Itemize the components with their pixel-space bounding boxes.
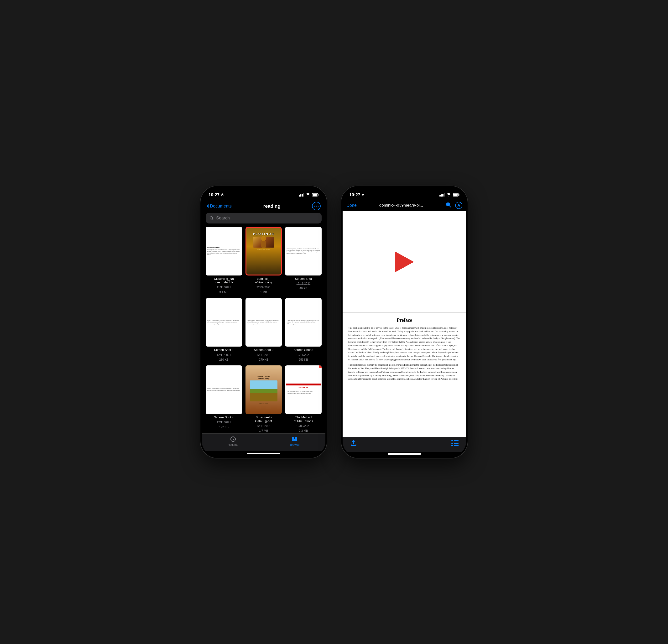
- tab-browse[interactable]: Browse: [290, 436, 299, 446]
- svg-rect-15: [292, 437, 294, 439]
- file-date: 12/11/2021: [296, 353, 310, 356]
- svg-rect-1: [300, 194, 301, 197]
- file-thumbnail: science or physics, in a broad sense whi…: [285, 227, 322, 275]
- file-item[interactable]: Lorem ipsum dolor sit amet consectetur a…: [285, 298, 322, 362]
- back-label: Documents: [210, 204, 232, 209]
- svg-rect-13: [261, 241, 266, 248]
- file-name: Screen Shot 4: [214, 415, 233, 419]
- file-item[interactable]: Lorem ipsum dolor sit amet consectetur a…: [206, 365, 242, 433]
- svg-point-9: [318, 205, 319, 206]
- file-size: 256 KB: [299, 358, 308, 361]
- svg-rect-2: [302, 194, 303, 197]
- file-date: 12/11/2021: [256, 424, 271, 428]
- more-button[interactable]: [312, 202, 321, 210]
- file-name: Dissolving_Nature_...de_Us: [214, 277, 234, 284]
- svg-point-8: [316, 205, 317, 206]
- file-thumbnail-selected: PLOTINUS DOMINIC J. O'MEARA: [245, 227, 282, 275]
- tab-bar: Recents Browse: [202, 433, 325, 451]
- svg-rect-19: [441, 194, 442, 197]
- table-of-contents-button[interactable]: [451, 440, 458, 447]
- file-size: 3.1 MB: [219, 291, 228, 294]
- file-size: 1.7 MB: [259, 429, 268, 432]
- notification-badge: [319, 365, 322, 368]
- file-size: 2.3 MB: [299, 429, 308, 432]
- file-thumbnail: Lorem ipsum dolor sit amet consectetur a…: [285, 298, 322, 347]
- folder-title: reading: [263, 203, 280, 209]
- svg-rect-23: [453, 194, 458, 196]
- svg-point-12: [261, 236, 266, 241]
- file-thumbnail: Lorem ipsum dolor sit amet consectetur a…: [245, 298, 282, 347]
- account-button[interactable]: A: [455, 202, 462, 209]
- file-size: 1 MB: [260, 291, 267, 294]
- file-thumbnail: Lorem ipsum dolor sit amet consectetur a…: [206, 365, 242, 414]
- file-size: 270 KB: [259, 358, 268, 361]
- notch: [242, 186, 285, 195]
- file-size: 122 KB: [219, 426, 229, 429]
- reader-content: Preface This book is intended to be of s…: [343, 211, 466, 437]
- file-item[interactable]: Suzanne L. Cataldi Merleau-Ponty Robert …: [245, 365, 282, 433]
- files-grid: Dissolving Nature Lorem ipsum dolor sit …: [202, 227, 325, 433]
- file-name: Suzanne-L-Catal...g-pdf: [255, 415, 272, 423]
- search-placeholder: Search: [216, 216, 230, 221]
- file-thumbnail: THE METHOD Lorem ipsum dolor sit amet co…: [285, 365, 322, 414]
- tab-browse-label: Browse: [290, 443, 299, 446]
- home-indicator-right: [388, 453, 421, 455]
- search-button[interactable]: [446, 202, 451, 209]
- file-date: 12/11/2021: [256, 353, 271, 356]
- svg-point-25: [446, 203, 450, 206]
- home-indicator-left: [247, 453, 280, 454]
- file-item[interactable]: Dissolving Nature Lorem ipsum dolor sit …: [206, 227, 242, 295]
- svg-rect-31: [451, 445, 453, 446]
- tab-recents[interactable]: Recents: [228, 436, 238, 446]
- file-name: Screen Shot 3: [293, 348, 313, 352]
- file-thumbnail: Dissolving Nature Lorem ipsum dolor sit …: [206, 227, 242, 275]
- left-phone: 10:27 Documents reading: [200, 186, 327, 458]
- account-icon-label: A: [457, 203, 460, 208]
- reader-action-icons: A: [446, 202, 462, 209]
- arrow-right-indicator: [395, 251, 414, 272]
- search-bar[interactable]: Search: [206, 213, 322, 224]
- svg-rect-3: [303, 193, 304, 197]
- svg-rect-24: [459, 194, 459, 196]
- notch-right: [383, 186, 426, 195]
- file-date: 12/11/2021: [217, 421, 231, 424]
- reader-nav-bar: Done dominic-j-o39meara-pl... A: [343, 200, 466, 211]
- preface-paragraph-2: The most important event in the progress…: [348, 363, 460, 381]
- svg-line-26: [450, 206, 451, 207]
- tab-recents-label: Recents: [228, 443, 238, 446]
- file-size: 280 KB: [219, 358, 229, 361]
- svg-rect-6: [318, 194, 319, 196]
- right-screen: 10:27 Done dominic-j-o39meara-pl... A: [343, 187, 466, 457]
- file-item[interactable]: Lorem ipsum dolor sit amet consectetur a…: [245, 298, 282, 362]
- book-page-preface: Preface This book is intended to be of s…: [343, 313, 466, 437]
- svg-rect-0: [299, 195, 300, 197]
- svg-rect-29: [451, 443, 453, 444]
- left-screen: 10:27 Documents reading: [202, 187, 325, 457]
- svg-line-11: [212, 219, 213, 220]
- file-date: 12/11/2021: [217, 353, 231, 356]
- done-button[interactable]: Done: [346, 203, 356, 208]
- status-time-right: 10:27: [349, 193, 365, 198]
- file-name: The Methodof Phil...ctions: [294, 415, 313, 423]
- svg-rect-21: [444, 193, 445, 197]
- status-time-left: 10:27: [209, 193, 224, 198]
- preface-paragraph-1: This book is intended to be of service t…: [348, 326, 460, 361]
- nav-bar-left: Documents reading: [202, 200, 325, 213]
- file-date: 10/09/2021: [296, 424, 310, 428]
- right-phone: 10:27 Done dominic-j-o39meara-pl... A: [341, 186, 468, 458]
- status-icons-right: [439, 193, 459, 197]
- document-title: dominic-j-o39meara-pl...: [356, 203, 446, 208]
- svg-rect-27: [451, 440, 453, 441]
- file-name: Screen Shot 2: [254, 348, 273, 352]
- svg-rect-5: [313, 194, 317, 196]
- svg-rect-20: [442, 194, 443, 197]
- file-name: Screen Shot: [295, 277, 312, 281]
- file-item-selected[interactable]: PLOTINUS DOMINIC J. O'MEARA dominic-j-o3…: [245, 227, 282, 295]
- svg-point-7: [314, 205, 315, 206]
- file-item[interactable]: science or physics, in a broad sense whi…: [285, 227, 322, 295]
- file-item[interactable]: Lorem ipsum dolor sit amet consectetur a…: [206, 298, 242, 362]
- file-name: Screen Shot 1: [214, 348, 233, 352]
- share-button[interactable]: [350, 440, 357, 447]
- file-item[interactable]: THE METHOD Lorem ipsum dolor sit amet co…: [285, 365, 322, 433]
- back-button[interactable]: Documents: [207, 204, 232, 209]
